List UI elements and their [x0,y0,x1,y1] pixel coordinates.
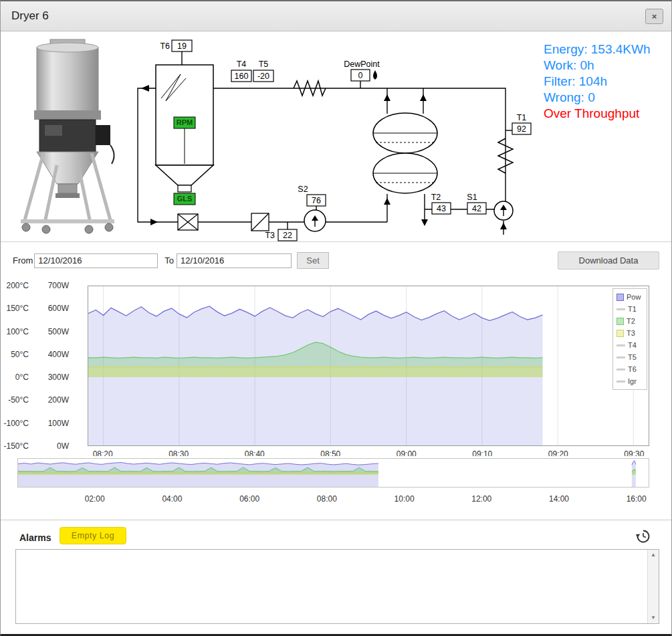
svg-text:22: 22 [283,231,292,240]
nav-tick-label: 04:00 [156,494,188,504]
sensor-S1: S1 42 [467,193,486,214]
sensor-T1: T1 92 [512,113,531,134]
sensor-S2: S2 76 [298,185,326,206]
wrong-status: Wrong: 0 [544,90,650,106]
y-tick-label: 0°C [15,373,29,382]
filter-status: Filter: 104h [544,74,650,90]
alarm-history-icon[interactable] [635,528,651,544]
legend-label: T6 [628,365,637,373]
work-status: Work: 0h [544,58,650,74]
sensor-T6: T6 19 [160,40,192,51]
nav-tick-label: 08:00 [311,494,343,504]
y-tick-label: 500W [48,327,69,336]
legend-label: Pow [627,293,641,301]
svg-text:19: 19 [177,41,187,51]
gls-indicator: GLS [174,193,195,205]
scroll-down-arrow[interactable]: ▼ [648,613,659,623]
legend-label: T3 [627,329,635,337]
y-tick-label: -100°C [4,419,29,428]
legend-swatch-icon [617,381,625,383]
y-tick-label: 300W [48,373,69,382]
legend-label: T5 [628,353,637,361]
legend-item-Igr[interactable]: Igr [617,375,647,387]
legend-item-Pow[interactable]: Pow [617,291,647,303]
y-tick-label: 400W [48,350,69,359]
navigator-panel: 02:0004:0006:0008:0010:0012:0014:0016:00 [1,456,672,520]
rpm-indicator: RPM [174,117,195,128]
y-tick-label: 100W [48,419,69,428]
legend-swatch-icon [617,356,625,358]
scroll-up-arrow[interactable]: ▲ [648,550,659,560]
empty-log-button[interactable]: Empty Log [60,527,126,544]
window-title: Dryer 6 [11,9,49,23]
sensor-dewpoint: DewPoint 0 [344,60,380,81]
sensor-T3: T3 22 [265,229,297,241]
power-axis-labels: 700W600W500W400W300W200W100W0W [33,286,70,446]
legend-item-T5[interactable]: T5 [617,351,647,363]
y-tick-label: 200°C [7,281,29,290]
svg-text:T6: T6 [160,41,170,51]
heat-exchanger-symbol [178,214,198,230]
blower-s1-symbol [494,201,513,220]
legend-item-T1[interactable]: T1 [617,303,647,315]
legend-label: Igr [628,377,637,385]
y-tick-label: -50°C [8,395,29,405]
droplet-icon [373,70,377,80]
desiccant-towers [373,113,437,193]
legend-item-T4[interactable]: T4 [617,339,647,351]
filter-symbol [251,213,269,231]
close-button[interactable]: × [645,9,663,24]
y-tick-label: -150°C [4,441,29,451]
diagram-panel: T6 19 T4 160 T5 -20 DewPoint 0 [1,31,672,242]
energy-status: Energy: 153.4KWh [544,41,650,58]
svg-text:DewPoint: DewPoint [344,60,380,69]
blower-s2-symbol [304,210,326,231]
alarms-title: Alarms [19,532,51,543]
download-data-button[interactable]: Download Data [558,251,659,270]
main-chart[interactable]: PowT1T2T3T4T5T6Igr [88,286,649,446]
nav-tick-label: 10:00 [388,494,421,504]
legend-item-T6[interactable]: T6 [617,363,647,375]
sensor-T2: T2 43 [431,193,451,214]
svg-text:92: 92 [517,124,526,134]
svg-text:T3: T3 [265,231,275,240]
machine-photo [21,39,114,233]
sensor-T5: T5 -20 [253,60,273,82]
y-tick-label: 600W [48,304,69,313]
alarm-log-scrollbar[interactable]: ▲ ▼ [647,550,659,623]
svg-text:T2: T2 [431,193,441,202]
title-bar: Dryer 6 × [1,1,671,31]
to-date-input[interactable] [177,253,292,268]
temp-axis-labels: 200°C150°C100°C50°C0°C-50°C-100°C-150°C [1,286,30,446]
legend-swatch-icon [617,294,624,301]
legend-item-T3[interactable]: T3 [617,327,647,339]
legend-label: T2 [627,317,635,325]
set-button[interactable]: Set [297,252,329,269]
status-block: Energy: 153.4KWh Work: 0h Filter: 104h W… [544,41,650,122]
nav-tick-label: 06:00 [233,494,265,504]
controls-bar: From To Set Download Data [1,242,672,279]
from-date-input[interactable] [34,253,158,268]
svg-text:160: 160 [235,72,249,81]
nav-tick-label: 16:00 [621,494,653,504]
nav-tick-label: 12:00 [465,494,497,504]
legend-label: T4 [628,341,637,349]
to-label: To [164,255,174,266]
dryer-window: Dryer 6 × [0,0,672,636]
svg-text:T1: T1 [517,113,527,122]
svg-text:GLS: GLS [177,195,193,203]
legend-swatch-icon [617,368,625,370]
navigator-chart[interactable] [17,458,649,488]
legend-item-T2[interactable]: T2 [617,315,647,327]
svg-text:42: 42 [472,204,481,213]
svg-text:T5: T5 [259,60,269,69]
close-icon: × [652,11,657,21]
navigator-axis-labels: 02:0004:0006:0008:0010:0012:0014:0016:00 [17,494,649,505]
legend-swatch-icon [617,318,624,325]
alarm-log[interactable]: ▲ ▼ [15,549,659,624]
legend-label: T1 [628,305,637,313]
y-tick-label: 0W [57,441,69,451]
y-tick-label: 200W [48,395,69,405]
svg-text:RPM: RPM [177,118,193,126]
chart-panel: 200°C150°C100°C50°C0°C-50°C-100°C-150°C … [1,279,672,456]
